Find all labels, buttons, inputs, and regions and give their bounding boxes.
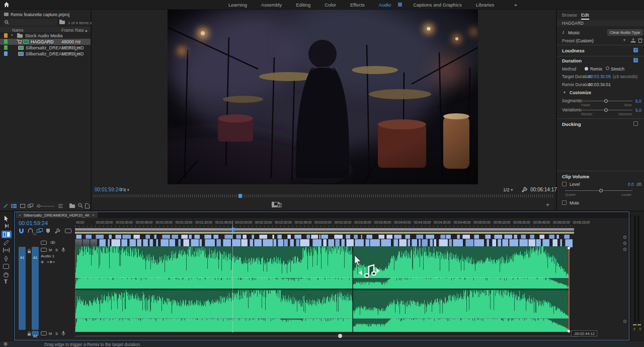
project-row[interactable]: Silbersaltz_DREAMERS_HD25.00 fps <box>0 45 91 51</box>
video-clip-segment[interactable] <box>521 235 526 239</box>
keyframe-controls[interactable]: ◉ ◂ ◆ ▸ <box>41 260 55 264</box>
sort-icon[interactable] <box>58 203 64 209</box>
save-preset-icon[interactable] <box>630 38 636 43</box>
track-resize-handle[interactable] <box>623 320 626 323</box>
video-clip-segment[interactable] <box>243 235 247 239</box>
type-tool-icon[interactable]: T <box>4 279 8 285</box>
method-remix-label[interactable]: Remix <box>590 66 602 72</box>
video-clip-segment[interactable] <box>394 235 401 239</box>
video-clip-segment[interactable] <box>259 235 267 239</box>
video-clip-segment[interactable] <box>189 235 192 239</box>
zoom-slider[interactable] <box>36 206 54 206</box>
audio-clips-waveform[interactable] <box>75 246 570 333</box>
list-view-icon[interactable] <box>11 203 17 209</box>
zoom-slider-thumb[interactable] <box>37 204 40 207</box>
variations-value[interactable]: 5.0 <box>635 108 641 113</box>
video-clip-segment[interactable] <box>109 235 112 239</box>
hand-tool-icon[interactable] <box>3 271 9 277</box>
method-stretch-radio[interactable] <box>606 66 609 70</box>
video-clip-segment[interactable] <box>287 235 290 239</box>
video-clip-segment[interactable] <box>514 235 518 239</box>
track-resize-handle[interactable] <box>623 236 626 239</box>
loudness-checkbox[interactable] <box>633 48 638 52</box>
find-icon[interactable] <box>78 203 83 209</box>
video-clip-segment[interactable] <box>213 235 219 239</box>
panel-menu-icon[interactable]: ≡ <box>92 213 95 218</box>
trim-handle-top[interactable] <box>568 247 570 249</box>
video-clip-segment[interactable] <box>556 235 558 239</box>
ducking-checkbox[interactable] <box>633 121 638 126</box>
tab-libraries[interactable]: Libraries <box>476 2 494 8</box>
video-clip-segment[interactable] <box>236 235 241 239</box>
project-row[interactable]: HAGGARD48000 Hz <box>0 39 91 45</box>
video-clip-segment[interactable] <box>321 235 328 239</box>
timeline-tab[interactable]: × Silbersaltz_DREAMERS_HDR10_4K ≡ <box>16 212 98 218</box>
timeline-scrollbar[interactable] <box>75 335 578 337</box>
video-clip-segment[interactable] <box>405 235 410 239</box>
tab-audio-menu-icon[interactable] <box>398 3 402 7</box>
playhead-line[interactable] <box>232 221 233 333</box>
video-clip-segment[interactable] <box>530 235 534 239</box>
mute-checkbox[interactable] <box>562 200 567 205</box>
video-clip-segment[interactable] <box>272 235 274 239</box>
remix-trim-edge[interactable] <box>569 246 570 333</box>
writable-pen-icon[interactable] <box>3 203 8 209</box>
monitor-settings-wrench-icon[interactable] <box>522 187 527 192</box>
duration-section-header[interactable]: Duration <box>562 58 582 63</box>
track-resize-handle[interactable] <box>623 248 626 251</box>
tab-learning[interactable]: Learning <box>228 2 247 8</box>
customize-chevron-icon[interactable]: ▾ <box>564 90 566 95</box>
customize-toggle[interactable]: Customize <box>570 90 591 95</box>
video-clip-segment[interactable] <box>76 235 82 239</box>
video-clip-segment[interactable] <box>494 235 502 239</box>
v1-toggle-output-eye-icon[interactable] <box>50 240 56 245</box>
video-clip-segment[interactable] <box>162 235 170 239</box>
video-clip-segment[interactable] <box>446 235 451 239</box>
video-clip-segment[interactable] <box>133 235 140 239</box>
column-frame-rate[interactable]: Frame Rate ▴ <box>61 28 88 33</box>
monitor-playhead[interactable] <box>238 194 242 198</box>
pen-tool-icon[interactable] <box>4 256 9 262</box>
video-clip-segment[interactable] <box>294 235 301 239</box>
video-clip-segment[interactable] <box>485 235 491 239</box>
method-stretch-label[interactable]: Stretch <box>611 66 624 72</box>
video-clip-segment[interactable] <box>474 235 479 239</box>
a2-voiceover-mic-icon[interactable] <box>61 331 65 336</box>
video-clip-segment[interactable] <box>204 235 211 239</box>
tabs-overflow-chevron[interactable]: » <box>514 2 517 8</box>
video-clip-segment[interactable] <box>361 235 362 239</box>
segments-slider-thumb[interactable] <box>604 99 608 103</box>
video-clip-segment[interactable] <box>549 235 555 239</box>
a1-mute-button[interactable]: M <box>49 248 52 252</box>
project-panel-tab[interactable]: Remix featurette capture.prproj <box>4 12 69 17</box>
target-duration-value[interactable]: 00:03:30:05 <box>588 74 611 79</box>
sync-status-icon[interactable] <box>4 342 8 346</box>
tab-editing[interactable]: Editing <box>296 2 310 8</box>
scrollbar-grip[interactable] <box>338 334 342 338</box>
playback-resolution-dropdown[interactable]: 1/2 ▾ <box>503 187 513 192</box>
label-color-chip[interactable] <box>4 51 8 56</box>
video-clip-segment[interactable] <box>378 235 384 239</box>
label-color-chip[interactable] <box>4 45 8 50</box>
video-clip-segment[interactable] <box>426 235 434 239</box>
bin-navigation-icon[interactable] <box>59 20 65 25</box>
video-clip-segment[interactable] <box>122 235 131 239</box>
video-clip-segment[interactable] <box>224 235 233 239</box>
video-clip-segment[interactable] <box>252 235 254 239</box>
a2-lock-icon[interactable] <box>27 331 31 336</box>
add-button-icon[interactable]: + <box>546 201 549 209</box>
close-icon[interactable]: × <box>19 213 21 218</box>
video-clip-segment[interactable] <box>334 235 343 239</box>
expander-chevron-icon[interactable]: ▾ <box>11 33 13 37</box>
timeline-timecode[interactable]: 00:01:59:24 <box>19 220 48 226</box>
a1-solo-button[interactable]: S <box>55 248 58 252</box>
slip-tool-icon[interactable] <box>3 248 10 252</box>
video-clip-segment[interactable] <box>346 235 350 239</box>
video-clip-segment[interactable] <box>564 235 569 239</box>
video-clip-segment[interactable] <box>154 235 156 239</box>
clear-audio-type-button[interactable]: Clear Audio Type <box>607 29 643 36</box>
label-color-chip[interactable] <box>4 39 8 44</box>
track-lock-icon[interactable] <box>27 249 31 253</box>
monitor-scrub-bar[interactable] <box>94 194 553 197</box>
project-row[interactable]: ▾ Stock Audio Media <box>0 33 91 39</box>
